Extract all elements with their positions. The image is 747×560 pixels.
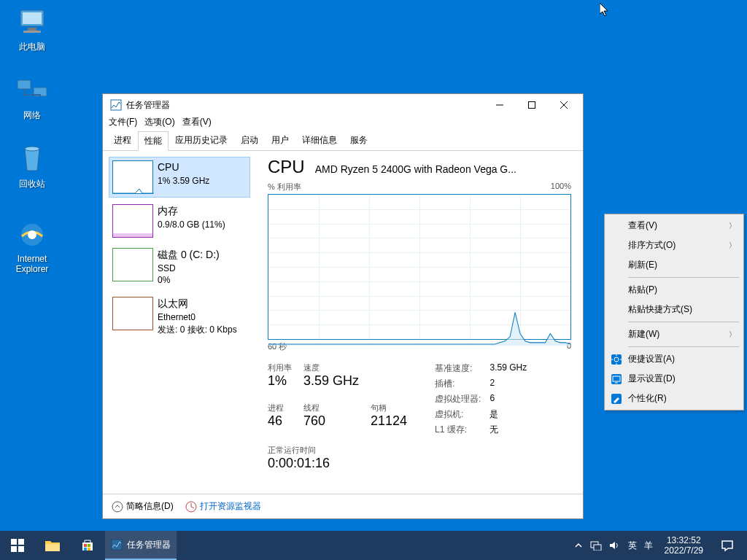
tab-services[interactable]: 服务 [344, 131, 374, 150]
ethernet-thumbnail-icon [112, 297, 153, 330]
desktop-icon-label: 此电脑 [4, 41, 60, 53]
svg-rect-37 [594, 545, 601, 551]
minimize-button[interactable] [484, 94, 516, 116]
open-resmon-label: 打开资源监视器 [200, 500, 261, 513]
stat-label: 虚拟处理器: [435, 393, 481, 405]
tabbar: 进程 性能 应用历史记录 启动 用户 详细信息 服务 [103, 131, 583, 151]
svg-rect-1 [23, 12, 42, 24]
svg-line-18 [191, 507, 194, 508]
app-icon [110, 99, 122, 111]
svg-rect-25 [11, 539, 17, 545]
taskbar-explorer[interactable] [35, 531, 70, 560]
yaxis-max: 100% [551, 182, 571, 192]
taskbar-time: 13:32:52 [665, 535, 703, 545]
taskbar-app-taskmgr[interactable]: 任务管理器 [105, 531, 177, 560]
uptime-value: 0:00:01:16 [268, 456, 571, 471]
tab-performance[interactable]: 性能 [138, 131, 169, 151]
notification-icon [721, 539, 734, 552]
context-item[interactable]: 排序方式(O)〉 [606, 236, 742, 255]
resource-memory[interactable]: 内存 0.9/8.0 GB (11%) [109, 201, 250, 241]
stat-value: 2 [489, 378, 527, 390]
stat-label: 虚拟机: [435, 408, 481, 421]
taskbar-notifications[interactable] [711, 531, 744, 560]
start-button[interactable] [0, 531, 35, 560]
tray-network-icon[interactable] [590, 540, 602, 551]
chevron-right-icon: 〉 [729, 330, 736, 340]
maximize-button[interactable] [516, 94, 548, 116]
uptime: 正常运行时间 0:00:01:16 [268, 445, 571, 471]
resource-title: 内存 [158, 204, 225, 219]
tab-app-history[interactable]: 应用历史记录 [169, 131, 234, 150]
tray-volume-icon[interactable] [609, 540, 621, 551]
yaxis-label: % 利用率 [268, 182, 301, 192]
resource-list: CPU 1% 3.59 GHz 内存 0.9/8.0 GB (11%) 磁盘 0… [103, 151, 256, 494]
taskbar-clock[interactable]: 13:32:52 2022/7/29 [659, 535, 709, 556]
context-item[interactable]: 显示设置(D) [606, 369, 742, 389]
taskmgr-icon [111, 539, 123, 551]
context-separator [628, 346, 739, 347]
svg-rect-34 [88, 548, 90, 551]
tray-ime-lang[interactable]: 英 [628, 540, 637, 552]
context-item[interactable]: 查看(V)〉 [606, 216, 742, 236]
resource-cpu[interactable]: CPU 1% 3.59 GHz [109, 157, 250, 198]
stat-label: L1 缓存: [435, 424, 481, 436]
disk-thumbnail-icon [112, 248, 153, 281]
store-icon [81, 539, 94, 552]
desktop-icon-recycle-bin[interactable]: 回收站 [4, 141, 60, 190]
stat-cell: 线程760 [303, 402, 359, 437]
open-resmon-link[interactable]: 打开资源监视器 [185, 500, 261, 513]
stats-left: 利用率1%速度3.59 GHz进程46线程760句柄21124 [268, 362, 407, 436]
menu-view[interactable]: 查看(V) [182, 116, 212, 131]
stat-cell: 利用率1% [268, 362, 292, 397]
resource-title: 以太网 [158, 297, 237, 311]
menubar: 文件(F) 选项(O) 查看(V) [103, 116, 583, 131]
tray-ime-mode[interactable]: 羊 [644, 540, 653, 552]
taskbar-store[interactable] [70, 531, 105, 560]
display-icon [611, 373, 622, 385]
context-separator [628, 322, 739, 322]
menu-file[interactable]: 文件(F) [109, 116, 137, 131]
mouse-cursor-icon [600, 3, 611, 18]
chevron-right-icon: 〉 [729, 241, 736, 251]
desktop-icon-network[interactable]: 网络 [4, 73, 60, 122]
context-item[interactable]: 粘贴快捷方式(S) [606, 300, 742, 319]
stat-value: 无 [489, 424, 527, 436]
svg-rect-3 [23, 31, 41, 33]
menu-options[interactable]: 选项(O) [144, 116, 174, 131]
cpu-chart[interactable] [268, 194, 571, 340]
resource-ethernet[interactable]: 以太网 Ethernet0 发送: 0 接收: 0 Kbps [109, 293, 250, 339]
tray-chevron-up-icon[interactable] [574, 541, 583, 550]
titlebar[interactable]: 任务管理器 [103, 94, 583, 116]
content: CPU 1% 3.59 GHz 内存 0.9/8.0 GB (11%) 磁盘 0… [103, 151, 583, 494]
fewer-details-button[interactable]: 简略信息(D) [112, 500, 174, 513]
stat-label: 插槽: [435, 378, 481, 390]
resource-sub2: 0% [158, 274, 220, 287]
recycle-bin-icon [15, 141, 50, 176]
svg-rect-19 [611, 354, 622, 365]
close-button[interactable] [548, 94, 580, 116]
tab-startup[interactable]: 启动 [234, 131, 265, 150]
tab-processes[interactable]: 进程 [107, 131, 138, 150]
context-item[interactable]: 刷新(E) [606, 255, 742, 275]
stat-value: 3.59 GHz [489, 362, 527, 375]
window-footer: 简略信息(D) 打开资源监视器 [103, 494, 583, 518]
resource-sub: Ethernet0 [158, 311, 237, 324]
svg-rect-26 [18, 539, 24, 545]
desktop-icon-ie[interactable]: Internet Explorer [4, 217, 60, 274]
tab-details[interactable]: 详细信息 [295, 131, 344, 150]
chevron-right-icon: 〉 [729, 221, 736, 231]
svg-rect-32 [88, 544, 90, 547]
desktop-context-menu: 查看(V)〉排序方式(O)〉刷新(E)粘贴(P)粘贴快捷方式(S)新建(W)〉便… [604, 214, 744, 411]
svg-rect-31 [84, 544, 87, 547]
context-item[interactable]: 便捷设置(A) [606, 349, 742, 369]
desktop-icon-label: 回收站 [4, 178, 60, 190]
tab-users[interactable]: 用户 [265, 131, 295, 150]
context-item[interactable]: 个性化(R) [606, 389, 742, 408]
context-item[interactable]: 粘贴(P) [606, 280, 742, 300]
ie-icon [15, 217, 50, 252]
desktop-icon-this-pc[interactable]: 此电脑 [4, 4, 60, 53]
context-item[interactable]: 新建(W)〉 [606, 324, 742, 344]
this-pc-icon [15, 4, 50, 39]
resource-disk[interactable]: 磁盘 0 (C: D:) SSD 0% [109, 244, 250, 290]
svg-rect-9 [111, 100, 121, 110]
